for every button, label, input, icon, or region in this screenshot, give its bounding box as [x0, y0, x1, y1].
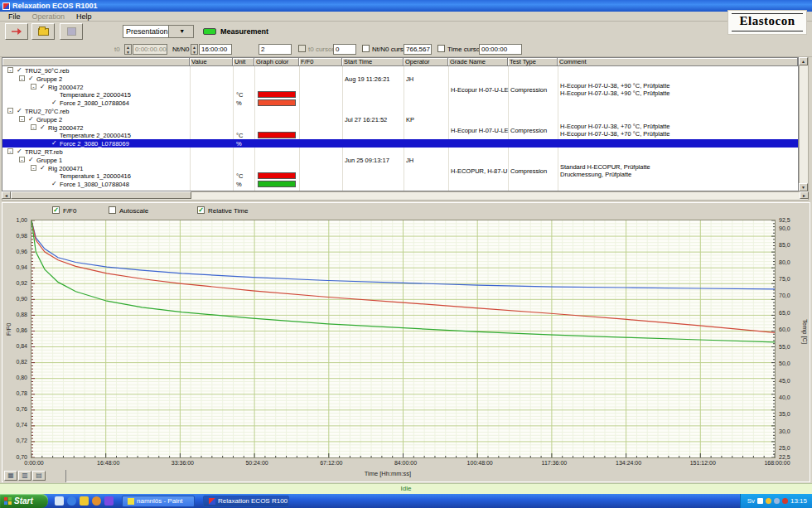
ntn0-field[interactable]: 16:00:00: [199, 44, 232, 55]
row-checkmark-icon[interactable]: ✓: [51, 180, 57, 187]
volume-icon[interactable]: [757, 498, 763, 504]
column-header-graph-color[interactable]: Graph color: [254, 58, 299, 66]
task-button-relaxation[interactable]: Relaxation ECOS R1001: [203, 496, 289, 507]
menu-help[interactable]: Help: [71, 12, 97, 21]
ntn0-spinner[interactable]: ▲▼: [191, 44, 198, 55]
ntn0-cursor-checkbox[interactable]: [362, 45, 370, 52]
row-checkmark-icon[interactable]: ✓: [28, 115, 34, 123]
table-row[interactable]: -✓Gruppe 1Jun 25 09:13:17JH: [2, 156, 798, 164]
row-checkmark-icon[interactable]: ✓: [17, 66, 22, 74]
table-row[interactable]: -✓Rig 2000472H-Ecopur H-07-U-LECompressi…: [2, 123, 798, 132]
field-2[interactable]: 0: [333, 44, 356, 55]
chart-option-checkbox-autoscale[interactable]: [109, 206, 116, 214]
tree-expander-icon[interactable]: -: [19, 116, 25, 122]
tree-expander-icon[interactable]: -: [31, 124, 36, 130]
row-label[interactable]: TRU2_RT.reb: [25, 148, 63, 156]
row-label[interactable]: Force 2_3080_L0788064: [60, 99, 129, 107]
tray-yellow-icon[interactable]: [766, 498, 771, 504]
ie-icon[interactable]: [67, 496, 76, 506]
table-row[interactable]: -✓Gruppe 2Aug 19 11:26:21JH: [2, 75, 798, 83]
table-row[interactable]: ✓Force 1_3080_L0788048%: [2, 180, 798, 188]
column-header-operator[interactable]: Operator: [404, 58, 448, 66]
row-label[interactable]: Gruppe 2: [36, 75, 62, 83]
table-row[interactable]: ✓Force 2_3080_L0788064%: [2, 99, 798, 107]
table-row[interactable]: -✓Gruppe 2Jul 27 16:21:52KP: [2, 115, 798, 123]
show-desktop-icon[interactable]: [55, 496, 64, 506]
media-player-icon[interactable]: [92, 496, 101, 506]
table-row[interactable]: ✓Force 2_3080_L0788069%: [2, 139, 798, 148]
row-label[interactable]: TRU2_70°C.reb: [25, 107, 69, 115]
row-label[interactable]: Temperature 2_20000415: [60, 131, 131, 139]
column-header-comment[interactable]: Comment: [558, 58, 798, 66]
column-header-start-time[interactable]: Start Time: [342, 58, 404, 66]
task-button-paint[interactable]: namnlös - Paint: [122, 496, 195, 507]
scroll-right-icon[interactable]: ►: [800, 191, 809, 199]
row-checkmark-icon[interactable]: ✓: [40, 123, 46, 131]
menu-file[interactable]: File: [3, 12, 26, 21]
table-horizontal-scrollbar[interactable]: ◄ ►: [2, 191, 809, 201]
tree-expander-icon[interactable]: -: [7, 108, 13, 114]
column-header-value[interactable]: Value: [190, 58, 233, 66]
chart-option-checkbox-relative-time[interactable]: ✓: [197, 206, 205, 214]
title-bar[interactable]: Relaxation ECOS R1001: [0, 0, 812, 12]
row-checkmark-icon[interactable]: ✓: [17, 148, 22, 155]
app-launcher-icon[interactable]: [104, 496, 114, 506]
table-row[interactable]: -✓TRU2_RT.reb: [2, 148, 798, 156]
hscroll-thumb[interactable]: [11, 191, 191, 199]
tree-expander-icon[interactable]: -: [19, 75, 25, 81]
row-label[interactable]: Gruppe 1: [36, 156, 62, 164]
scroll-left-icon[interactable]: ◄: [2, 191, 11, 199]
table-row[interactable]: Temperature 2_20000415°C: [2, 131, 798, 139]
tray-blue-icon[interactable]: [774, 498, 780, 504]
row-label[interactable]: Temperature 2_20000415: [60, 90, 131, 99]
column-header-test-type[interactable]: Test Type: [508, 58, 558, 66]
tree-expander-icon[interactable]: -: [7, 148, 13, 154]
field-3[interactable]: 766,567: [404, 44, 432, 55]
column-header-grade-name[interactable]: Grade Name: [448, 58, 508, 66]
field-1[interactable]: 2: [259, 44, 292, 55]
tree-expander-icon[interactable]: -: [31, 165, 36, 171]
tree-expander-icon[interactable]: -: [31, 84, 36, 90]
connect-button[interactable]: [5, 23, 28, 40]
table-row[interactable]: -✓TRU2_90°C.reb: [2, 66, 798, 75]
table-row[interactable]: -✓Rig 2000472H-Ecopur H-07-U-LECompressi…: [2, 83, 798, 91]
split-view-button[interactable]: ▥: [18, 471, 31, 481]
chevron-down-icon[interactable]: ▼: [168, 26, 193, 37]
tree-expander-icon[interactable]: -: [19, 157, 25, 162]
folder-icon[interactable]: [80, 496, 89, 506]
presentation-select[interactable]: Presentation ▼: [123, 25, 194, 38]
graph-view-button[interactable]: ▤: [32, 471, 46, 481]
row-label[interactable]: Temperature 1_20000416: [60, 172, 131, 180]
row-label[interactable]: Rig 2000472: [48, 123, 84, 132]
row-checkmark-icon[interactable]: ✓: [51, 139, 57, 147]
table-row[interactable]: -✓Rig 2000471H-ECOPUR, H-87-UCompression…: [2, 164, 798, 172]
table-vertical-scrollbar[interactable]: ▲ ▼: [799, 57, 809, 191]
row-label[interactable]: Rig 2000471: [48, 164, 84, 172]
language-indicator[interactable]: Sv: [747, 497, 755, 505]
time-cursor-field[interactable]: 00:00:00: [479, 44, 522, 55]
tray-red-icon[interactable]: [782, 498, 788, 504]
measurement-tree-table[interactable]: ValueUnitGraph colorF/F0Start TimeOperat…: [2, 57, 799, 191]
row-checkmark-icon[interactable]: ✓: [28, 156, 34, 163]
column-header-tree[interactable]: [2, 58, 190, 66]
column-header-unit[interactable]: Unit: [233, 58, 254, 66]
table-row[interactable]: Temperature 2_20000415°C: [2, 90, 798, 99]
row-label[interactable]: Force 2_3080_L0788069: [60, 139, 129, 148]
scroll-up-icon[interactable]: ▲: [799, 57, 808, 65]
row-checkmark-icon[interactable]: ✓: [28, 75, 34, 82]
table-view-button[interactable]: ▦: [4, 471, 17, 481]
time-cursor-checkbox[interactable]: [437, 45, 445, 52]
open-button[interactable]: [31, 23, 55, 40]
chart-option-checkbox-f-f0[interactable]: ✓: [52, 206, 60, 214]
row-checkmark-icon[interactable]: ✓: [40, 164, 46, 172]
row-checkmark-icon[interactable]: ✓: [40, 83, 46, 90]
scroll-down-icon[interactable]: ▼: [799, 183, 808, 191]
column-header-f-f0[interactable]: F/F0: [299, 58, 342, 66]
table-row[interactable]: -✓TRU2_70°C.reb: [2, 107, 798, 115]
row-label[interactable]: Gruppe 2: [36, 115, 62, 123]
row-checkmark-icon[interactable]: ✓: [51, 99, 57, 106]
row-label[interactable]: TRU2_90°C.reb: [25, 66, 69, 75]
table-row[interactable]: Temperature 1_20000416°C: [2, 172, 798, 180]
row-checkmark-icon[interactable]: ✓: [17, 107, 22, 114]
start-button[interactable]: Start: [0, 494, 48, 508]
